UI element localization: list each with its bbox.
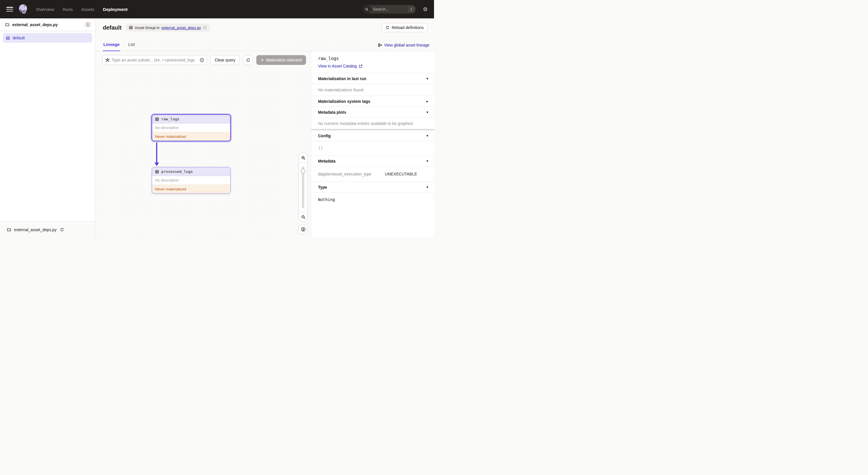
section-materialization-system-tags[interactable]: Materialization system tags ▸ bbox=[311, 96, 434, 107]
caret-right-icon: ▸ bbox=[426, 99, 428, 103]
global-search[interactable]: / bbox=[363, 5, 416, 13]
section-config[interactable]: Config ▾ bbox=[311, 130, 434, 141]
tab-list[interactable]: List bbox=[128, 42, 135, 51]
footer-code-location-label: external_asset_deps.py bbox=[14, 228, 57, 232]
asset-count-badge: 1 bbox=[85, 22, 91, 28]
section-metadata-plots[interactable]: Metadata plots ▾ bbox=[311, 107, 434, 117]
metadata-key: dagster/asset_execution_type bbox=[318, 172, 385, 176]
caret-down-icon: ▾ bbox=[426, 133, 428, 138]
reload-definitions-label: Reload definitions bbox=[392, 25, 424, 30]
asset-status: Never materialized bbox=[152, 132, 230, 141]
section-title: Materialization in last run bbox=[318, 77, 366, 81]
view-global-asset-lineage-link[interactable]: View global asset lineage bbox=[378, 43, 429, 51]
catalog-link-label: View in Asset Catalog bbox=[318, 64, 357, 68]
asset-query-toolbar: Clear query ✦ Materialize selected bbox=[102, 55, 306, 65]
caret-down-icon: ▾ bbox=[426, 159, 428, 163]
sidebar-item-code-location[interactable]: external_asset_deps.py 1 bbox=[0, 19, 95, 31]
asset-details-panel: raw_logs View in Asset Catalog Materiali… bbox=[311, 51, 434, 237]
sparkle-icon: ✦ bbox=[260, 58, 264, 62]
asset-node-raw-logs[interactable]: raw_logs No description Never materializ… bbox=[152, 114, 231, 141]
type-value: Nothing bbox=[311, 192, 434, 208]
page-title: default bbox=[103, 24, 122, 31]
config-value: {} bbox=[311, 141, 434, 155]
selected-asset-name: raw_logs bbox=[318, 56, 427, 61]
section-title: Metadata plots bbox=[318, 110, 346, 115]
section-title: Config bbox=[318, 133, 331, 138]
materialize-selected-label: Materialize selected bbox=[266, 58, 302, 62]
asset-group-breadcrumb: Asset Group in external_asset_deps.py bbox=[126, 24, 210, 32]
asset-subset-query[interactable] bbox=[102, 55, 207, 65]
lineage-canvas[interactable]: Clear query ✦ Materialize selected bbox=[95, 51, 311, 237]
recenter-view-button[interactable] bbox=[299, 225, 308, 234]
lineage-edge bbox=[156, 143, 157, 163]
reload-icon[interactable] bbox=[60, 228, 64, 232]
metadata-plots-empty-state: No numeric metadata entries available to… bbox=[311, 117, 434, 129]
materializations-empty-state: No materializations found bbox=[311, 84, 434, 96]
tab-bar: Lineage List View global asset lineage bbox=[95, 37, 434, 51]
section-title: Materialization system tags bbox=[318, 99, 370, 104]
section-title: Metadata bbox=[318, 159, 336, 164]
tab-lineage[interactable]: Lineage bbox=[103, 42, 120, 51]
metadata-entry-row: dagster/asset_execution_type UNEXECUTABL… bbox=[311, 166, 434, 181]
sidebar-item-group-default[interactable]: default bbox=[3, 33, 92, 43]
table-icon bbox=[155, 117, 159, 121]
asset-group-icon bbox=[129, 26, 133, 30]
zoom-controls bbox=[299, 152, 308, 222]
search-shortcut-key: / bbox=[408, 6, 414, 12]
group-label: default bbox=[12, 36, 25, 40]
code-location-label: external_asset_deps.py bbox=[12, 22, 58, 27]
asset-name: raw_logs bbox=[161, 117, 179, 121]
lineage-edge-arrowhead bbox=[154, 162, 159, 166]
zoom-out-button[interactable] bbox=[299, 212, 307, 222]
nav-item-runs[interactable]: Runs bbox=[63, 7, 73, 12]
section-type[interactable]: Type ▾ bbox=[311, 181, 434, 192]
sidebar-footer-code-location[interactable]: external_asset_deps.py bbox=[0, 221, 95, 237]
nav-item-overview[interactable]: Overview bbox=[36, 7, 54, 12]
main-nav-items: Overview Runs Assets Deployment bbox=[36, 7, 127, 12]
top-navigation-bar: Overview Runs Assets Deployment / ⚙ bbox=[0, 0, 434, 19]
asset-group-prefix: Asset Group in bbox=[135, 26, 160, 30]
zoom-in-button[interactable] bbox=[299, 153, 307, 163]
caret-down-icon: ▾ bbox=[426, 110, 428, 114]
global-lineage-label: View global asset lineage bbox=[384, 43, 429, 48]
refresh-graph-button[interactable] bbox=[243, 55, 253, 65]
search-input[interactable] bbox=[371, 7, 408, 11]
code-location-link[interactable]: external_asset_deps.py bbox=[162, 26, 201, 30]
materialize-selected-button[interactable]: ✦ Materialize selected bbox=[256, 55, 306, 65]
section-title: Type bbox=[318, 185, 327, 189]
dagster-logo[interactable] bbox=[18, 3, 29, 15]
asset-subset-input[interactable] bbox=[112, 58, 198, 62]
asset-description: No description bbox=[152, 123, 230, 132]
view-in-asset-catalog-link[interactable]: View in Asset Catalog bbox=[318, 64, 363, 68]
section-metadata[interactable]: Metadata ▾ bbox=[311, 155, 434, 166]
asset-group-icon bbox=[6, 36, 10, 40]
caret-down-icon: ▾ bbox=[426, 185, 428, 189]
hamburger-menu-icon[interactable] bbox=[6, 7, 13, 11]
reload-icon bbox=[385, 26, 390, 30]
nav-item-assets[interactable]: Assets bbox=[82, 7, 94, 12]
asset-node-processed-logs[interactable]: processed_logs No description Never mate… bbox=[152, 167, 231, 194]
section-materialization-last-run[interactable]: Materialization in last run ▾ bbox=[311, 73, 434, 84]
info-icon[interactable] bbox=[200, 58, 204, 62]
reload-icon[interactable] bbox=[203, 26, 207, 30]
nav-item-deployment[interactable]: Deployment bbox=[103, 7, 128, 12]
settings-gear-icon[interactable]: ⚙ bbox=[423, 7, 428, 12]
asset-name: processed_logs bbox=[161, 170, 193, 174]
clear-query-button[interactable]: Clear query bbox=[210, 55, 240, 65]
external-link-icon bbox=[359, 64, 363, 68]
table-icon bbox=[155, 170, 159, 174]
asset-description: No description bbox=[152, 176, 230, 185]
page-header: default Asset Group in external_asset_de… bbox=[95, 19, 434, 37]
lineage-graph-icon bbox=[378, 43, 382, 47]
reload-definitions-button[interactable]: Reload definitions bbox=[381, 23, 428, 32]
folder-icon bbox=[7, 228, 11, 232]
metadata-value: UNEXECUTABLE bbox=[385, 172, 417, 176]
caret-down-icon: ▾ bbox=[426, 77, 428, 81]
zoom-slider-handle[interactable] bbox=[301, 169, 306, 174]
asset-graph-icon bbox=[105, 58, 110, 62]
folder-icon bbox=[5, 22, 9, 27]
search-icon bbox=[363, 5, 371, 13]
asset-status: Never materialized bbox=[152, 185, 230, 193]
code-location-sidebar: external_asset_deps.py 1 default externa… bbox=[0, 19, 95, 237]
